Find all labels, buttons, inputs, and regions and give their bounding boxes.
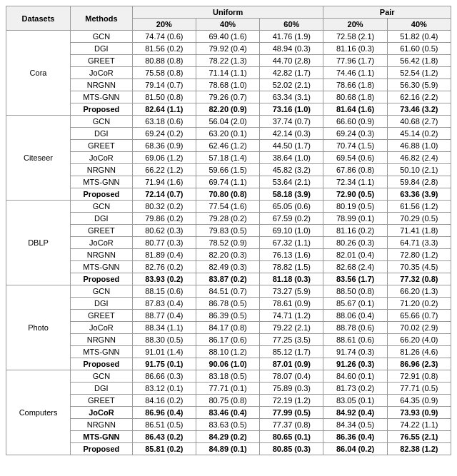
value-cell: 63.18 (0.6) <box>132 116 196 128</box>
value-cell: 69.54 (0.6) <box>323 152 387 164</box>
value-cell: 73.93 (0.9) <box>387 407 451 419</box>
value-cell: 86.51 (0.5) <box>132 419 196 431</box>
dataset-cell: DBLP <box>6 201 71 285</box>
col-datasets: Datasets <box>6 6 71 31</box>
method-cell: JoCoR <box>71 407 133 419</box>
value-cell: 72.80 (1.2) <box>387 249 451 261</box>
value-cell: 81.16 (0.3) <box>323 43 387 55</box>
value-cell: 76.13 (1.6) <box>260 249 323 261</box>
method-cell: Proposed <box>71 358 133 370</box>
value-cell: 70.02 (2.9) <box>387 322 451 334</box>
value-cell: 68.36 (0.9) <box>132 140 196 152</box>
method-cell: NRGNN <box>71 249 133 261</box>
value-cell: 82.64 (1.1) <box>132 103 196 116</box>
value-cell: 72.14 (0.7) <box>132 188 196 201</box>
col-u20: 20% <box>132 19 196 31</box>
table-row: Proposed82.64 (1.1)82.20 (0.9)73.16 (1.0… <box>6 103 451 116</box>
value-cell: 69.24 (0.3) <box>323 128 387 140</box>
value-cell: 83.63 (0.5) <box>196 419 259 431</box>
value-cell: 77.37 (0.8) <box>260 419 323 431</box>
table-row: DGI79.86 (0.2)79.28 (0.2)67.59 (0.2)78.9… <box>6 213 451 225</box>
value-cell: 63.34 (3.1) <box>260 91 323 103</box>
method-cell: GCN <box>71 201 133 213</box>
value-cell: 91.74 (0.3) <box>323 346 387 358</box>
value-cell: 71.41 (1.8) <box>387 225 451 237</box>
value-cell: 77.71 (0.5) <box>387 383 451 395</box>
table-row: MTS-GNN81.50 (0.8)79.26 (0.7)63.34 (3.1)… <box>6 91 451 103</box>
value-cell: 70.80 (0.8) <box>196 188 259 201</box>
value-cell: 44.50 (1.7) <box>260 140 323 152</box>
value-cell: 83.56 (1.7) <box>323 273 387 285</box>
header-row-1: Datasets Methods Uniform Pair <box>6 6 451 19</box>
value-cell: 62.46 (1.2) <box>196 140 259 152</box>
col-methods: Methods <box>71 6 133 31</box>
col-pair: Pair <box>323 6 451 19</box>
value-cell: 88.34 (1.1) <box>132 322 196 334</box>
value-cell: 63.20 (0.1) <box>196 128 259 140</box>
value-cell: 79.28 (0.2) <box>196 213 259 225</box>
value-cell: 78.07 (0.4) <box>260 370 323 383</box>
value-cell: 79.92 (0.4) <box>196 43 259 55</box>
value-cell: 86.78 (0.5) <box>196 298 259 310</box>
value-cell: 57.18 (1.4) <box>196 152 259 164</box>
col-u60: 60% <box>260 19 323 31</box>
value-cell: 81.26 (4.6) <box>387 346 451 358</box>
value-cell: 80.19 (0.5) <box>323 201 387 213</box>
table-row: Proposed72.14 (0.7)70.80 (0.8)58.18 (3.9… <box>6 188 451 201</box>
value-cell: 72.19 (1.2) <box>260 395 323 407</box>
method-cell: DGI <box>71 128 133 140</box>
value-cell: 45.82 (3.2) <box>260 164 323 176</box>
value-cell: 81.50 (0.8) <box>132 91 196 103</box>
value-cell: 74.46 (1.1) <box>323 67 387 79</box>
method-cell: GREET <box>71 225 133 237</box>
value-cell: 71.14 (1.1) <box>196 67 259 79</box>
table-row: GREET84.16 (0.2)80.75 (0.8)72.19 (1.2)83… <box>6 395 451 407</box>
value-cell: 78.99 (0.1) <box>323 213 387 225</box>
value-cell: 87.83 (0.4) <box>132 298 196 310</box>
value-cell: 69.10 (1.0) <box>260 225 323 237</box>
table-row: CiteseerGCN63.18 (0.6)56.04 (2.0)37.74 (… <box>6 116 451 128</box>
value-cell: 71.20 (0.2) <box>387 298 451 310</box>
value-cell: 85.81 (0.2) <box>132 443 196 455</box>
value-cell: 69.40 (1.6) <box>196 31 259 43</box>
method-cell: GREET <box>71 55 133 67</box>
value-cell: 58.18 (3.9) <box>260 188 323 201</box>
table-row: MTS-GNN91.01 (1.4)88.10 (1.2)85.12 (1.7)… <box>6 346 451 358</box>
value-cell: 66.20 (4.0) <box>387 334 451 346</box>
value-cell: 42.14 (0.3) <box>260 128 323 140</box>
value-cell: 56.42 (1.8) <box>387 55 451 67</box>
value-cell: 65.66 (0.7) <box>387 310 451 322</box>
value-cell: 82.49 (0.3) <box>196 261 259 273</box>
value-cell: 86.17 (0.6) <box>196 334 259 346</box>
value-cell: 86.04 (0.2) <box>323 443 387 455</box>
value-cell: 81.18 (0.3) <box>260 273 323 285</box>
value-cell: 59.66 (1.5) <box>196 164 259 176</box>
method-cell: NRGNN <box>71 164 133 176</box>
method-cell: Proposed <box>71 273 133 285</box>
value-cell: 86.39 (0.5) <box>196 310 259 322</box>
value-cell: 88.77 (0.4) <box>132 310 196 322</box>
value-cell: 48.94 (0.3) <box>260 43 323 55</box>
value-cell: 82.76 (0.2) <box>132 261 196 273</box>
value-cell: 82.20 (0.9) <box>196 103 259 116</box>
value-cell: 84.29 (0.2) <box>196 431 259 443</box>
value-cell: 46.82 (2.4) <box>387 152 451 164</box>
value-cell: 77.96 (1.7) <box>323 55 387 67</box>
value-cell: 37.74 (0.7) <box>260 116 323 128</box>
value-cell: 81.16 (0.2) <box>323 225 387 237</box>
value-cell: 83.46 (0.4) <box>196 407 259 419</box>
method-cell: MTS-GNN <box>71 176 133 188</box>
value-cell: 84.92 (0.4) <box>323 407 387 419</box>
method-cell: DGI <box>71 298 133 310</box>
value-cell: 52.02 (2.1) <box>260 79 323 91</box>
method-cell: Proposed <box>71 103 133 116</box>
dataset-cell: Cora <box>6 31 71 116</box>
dataset-cell: Photo <box>6 285 71 370</box>
value-cell: 38.64 (1.0) <box>260 152 323 164</box>
value-cell: 91.26 (0.3) <box>323 358 387 370</box>
value-cell: 77.54 (1.6) <box>196 201 259 213</box>
value-cell: 73.46 (3.2) <box>387 103 451 116</box>
value-cell: 67.86 (0.8) <box>323 164 387 176</box>
value-cell: 90.06 (1.0) <box>196 358 259 370</box>
table-row: JoCoR69.06 (1.2)57.18 (1.4)38.64 (1.0)69… <box>6 152 451 164</box>
